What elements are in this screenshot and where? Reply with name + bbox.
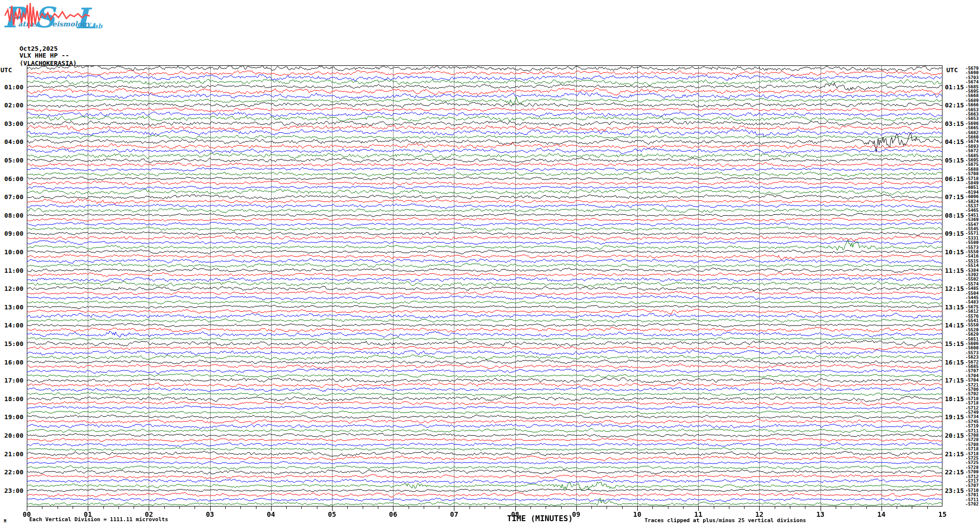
hour-label-right: 04:15 (945, 138, 964, 145)
hour-label-right: 08:15 (945, 211, 964, 219)
axis-minute-label: 15 (939, 510, 947, 518)
webicorder-page: P S L atras eismology ab Oct25,2025 VLX … (0, 0, 980, 527)
logo-word-ab: ab (94, 22, 102, 30)
hour-label-right: 05:15 (945, 157, 964, 164)
axis-minute-label: 13 (816, 510, 824, 518)
hour-label-right: 07:15 (945, 193, 964, 201)
axis-minute-label: 06 (389, 510, 397, 518)
clip-note: Traces clipped at plus/minus 25 vertical… (645, 517, 806, 524)
axis-minute-label: 07 (450, 510, 458, 518)
hour-label-right: 10:15 (945, 248, 964, 256)
date-label: Oct25,2025 (20, 45, 58, 52)
hour-label-left: 21:00 (0, 450, 23, 457)
hour-label-left: 06:00 (0, 175, 23, 182)
utc-label-left: UTC (0, 66, 12, 74)
hour-label-left: 07:00 (0, 193, 23, 201)
hour-label-right: 16:15 (945, 358, 964, 365)
hour-label-left: 12:00 (0, 285, 23, 292)
hour-label-left: 05:00 (0, 157, 23, 164)
trace-end-value: -5702 (965, 502, 979, 507)
psl-logo: P S L atras eismology ab (2, 1, 104, 32)
station-label: VLX HHE HP -- (20, 52, 69, 59)
hour-label-left: 19:00 (0, 413, 23, 421)
hour-label-left: 11:00 (0, 266, 23, 274)
logo-word-eismology: eismology (52, 20, 92, 28)
hour-label-right: 19:15 (945, 413, 964, 421)
hour-label-left: 14:00 (0, 322, 23, 329)
hour-label-left: 08:00 (0, 211, 23, 219)
hour-label-left: 16:00 (0, 358, 23, 365)
hour-label-right: 06:15 (945, 175, 964, 182)
hour-label-left: 10:00 (0, 248, 23, 256)
hour-label-right: 23:15 (945, 486, 964, 494)
axis-minute-label: 10 (633, 510, 642, 518)
trace-plot-canvas (27, 65, 942, 511)
hour-label-left: 09:00 (0, 230, 23, 237)
hour-label-right: 01:15 (945, 83, 964, 90)
utc-label-right: UTC (946, 66, 958, 74)
axis-minute-label: 09 (572, 510, 580, 518)
hour-label-left: 15:00 (0, 340, 23, 347)
hour-label-left: 20:00 (0, 432, 23, 439)
hour-label-left: 17:00 (0, 377, 23, 384)
hour-label-right: 12:15 (945, 285, 964, 292)
hour-label-right: 17:15 (945, 377, 964, 384)
hour-label-left: 22:00 (0, 468, 23, 476)
hour-label-left: 13:00 (0, 303, 23, 310)
hour-label-right: 11:15 (945, 266, 964, 274)
hour-label-left: 18:00 (0, 395, 23, 402)
hour-label-right: 15:15 (945, 340, 964, 347)
axis-minute-label: 14 (877, 510, 885, 518)
axis-minute-label: 05 (328, 510, 336, 518)
hour-label-left: 04:00 (0, 138, 23, 145)
axis-minute-label: 04 (267, 510, 275, 518)
hour-label-left: 01:00 (0, 83, 23, 90)
x-axis-title: TIME (MINUTES) (507, 514, 573, 523)
hour-label-right: 09:15 (945, 230, 964, 237)
hour-label-right: 22:15 (945, 468, 964, 476)
hour-label-right: 18:15 (945, 395, 964, 402)
hour-label-right: 14:15 (945, 322, 964, 329)
axis-minute-label: 03 (206, 510, 214, 518)
hour-label-left: 23:00 (0, 486, 23, 494)
hour-label-left: 03:00 (0, 120, 23, 127)
hour-label-right: 02:15 (945, 101, 964, 109)
hour-label-right: 21:15 (945, 450, 964, 457)
vertical-division-note: Each Vertical Division = 1111.11 microvo… (29, 516, 168, 523)
corner-mark: M (4, 519, 6, 524)
hour-label-right: 20:15 (945, 432, 964, 439)
hour-label-right: 13:15 (945, 303, 964, 310)
hour-label-left: 02:00 (0, 101, 23, 109)
hour-label-right: 03:15 (945, 120, 964, 127)
